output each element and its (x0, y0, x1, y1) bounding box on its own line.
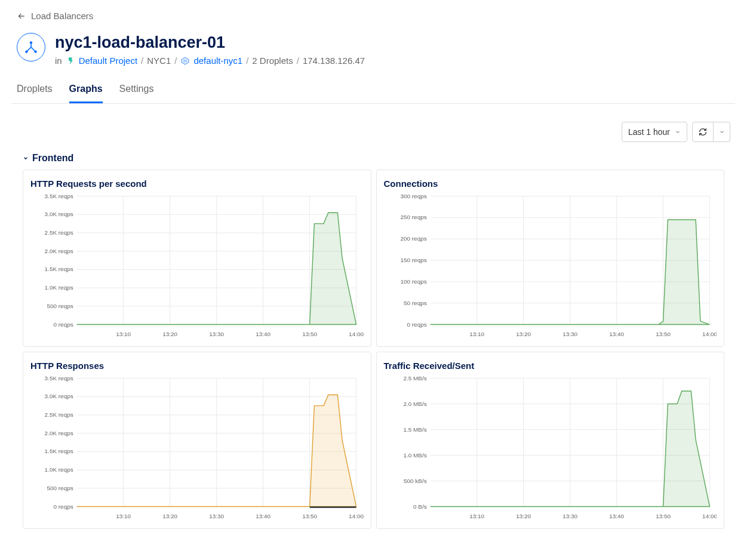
separator: / (174, 56, 177, 66)
svg-text:2.5K reqps: 2.5K reqps (45, 411, 73, 418)
arrow-left-icon (17, 11, 26, 21)
timerange-select[interactable]: Last 1 hour (622, 122, 687, 142)
svg-text:1.5K reqps: 1.5K reqps (45, 266, 73, 273)
chevron-down-icon (719, 129, 725, 135)
tab-settings[interactable]: Settings (119, 78, 154, 103)
svg-text:14:00: 14:00 (702, 513, 717, 520)
chart-card-http-req: HTTP Requests per second0 reqps500 reqps… (23, 170, 371, 347)
page-title: nyc1-load-balancer-01 (55, 33, 365, 52)
svg-text:3.5K reqps: 3.5K reqps (45, 193, 73, 199)
refresh-group (692, 122, 730, 142)
refresh-icon (698, 127, 708, 137)
svg-text:0 reqps: 0 reqps (407, 321, 426, 328)
chart-grid: HTTP Requests per second0 reqps500 reqps… (23, 170, 724, 529)
svg-text:3.0K reqps: 3.0K reqps (45, 211, 73, 218)
page-header: nyc1-load-balancer-01 in Default Project… (12, 27, 735, 78)
chart-traffic: 0 B/s500 kB/s1.0 MB/s1.5 MB/s2.0 MB/s2.5… (384, 374, 717, 524)
network-icon (180, 56, 190, 66)
svg-text:13:40: 13:40 (256, 331, 270, 338)
chart-title: Traffic Received/Sent (384, 361, 717, 371)
svg-text:250 reqps: 250 reqps (400, 214, 426, 221)
svg-text:13:50: 13:50 (656, 331, 671, 338)
refresh-button[interactable] (692, 122, 714, 142)
svg-text:200 reqps: 200 reqps (400, 236, 426, 242)
svg-text:14:00: 14:00 (349, 331, 363, 338)
chart-connections: 0 reqps50 reqps100 reqps150 reqps200 req… (384, 192, 717, 341)
svg-text:13:40: 13:40 (609, 513, 624, 520)
svg-text:300 reqps: 300 reqps (400, 193, 426, 199)
svg-text:500 reqps: 500 reqps (47, 303, 73, 309)
controls: Last 1 hour (17, 122, 730, 142)
back-label: Load Balancers (31, 11, 93, 21)
chart-title: HTTP Requests per second (30, 179, 364, 189)
refresh-menu-button[interactable] (714, 122, 730, 142)
tab-droplets[interactable]: Droplets (17, 78, 53, 103)
svg-text:3.5K reqps: 3.5K reqps (45, 375, 73, 381)
svg-text:500 reqps: 500 reqps (47, 485, 73, 491)
tabs: Droplets Graphs Settings (12, 78, 735, 104)
svg-text:13:20: 13:20 (516, 513, 531, 520)
chevron-down-icon (23, 155, 29, 161)
svg-text:1.5 MB/s: 1.5 MB/s (403, 426, 426, 433)
svg-text:2.5K reqps: 2.5K reqps (45, 229, 73, 236)
svg-text:2.5 MB/s: 2.5 MB/s (403, 375, 426, 381)
loadbalancer-icon (17, 33, 45, 61)
svg-text:13:50: 13:50 (656, 513, 671, 520)
svg-text:150 reqps: 150 reqps (400, 257, 426, 263)
tab-graphs[interactable]: Graphs (69, 78, 103, 103)
svg-text:13:50: 13:50 (302, 513, 317, 520)
svg-text:13:20: 13:20 (162, 331, 177, 338)
separator: / (246, 56, 248, 66)
in-label: in (55, 56, 62, 66)
svg-point-0 (30, 41, 32, 44)
droplets-count: 2 Droplets (252, 56, 293, 66)
network-link[interactable]: default-nyc1 (193, 56, 242, 66)
svg-text:13:30: 13:30 (209, 331, 224, 338)
chart-card-traffic: Traffic Received/Sent0 B/s500 kB/s1.0 MB… (376, 352, 725, 529)
svg-text:14:00: 14:00 (349, 513, 363, 520)
chart-card-connections: Connections0 reqps50 reqps100 reqps150 r… (376, 170, 725, 347)
section-frontend[interactable]: Frontend (23, 153, 735, 164)
svg-text:13:10: 13:10 (469, 513, 484, 520)
chart-title: HTTP Responses (30, 361, 364, 371)
svg-text:13:20: 13:20 (516, 331, 531, 338)
svg-text:2.0K reqps: 2.0K reqps (45, 430, 73, 436)
svg-text:13:10: 13:10 (469, 331, 484, 338)
svg-text:13:30: 13:30 (562, 513, 577, 520)
svg-text:0 reqps: 0 reqps (54, 321, 73, 328)
svg-text:13:30: 13:30 (562, 331, 577, 338)
svg-text:100 reqps: 100 reqps (400, 278, 426, 285)
svg-text:1.0K reqps: 1.0K reqps (45, 285, 73, 291)
svg-text:3.0K reqps: 3.0K reqps (45, 393, 73, 400)
svg-text:0 reqps: 0 reqps (54, 503, 73, 510)
svg-text:13:20: 13:20 (162, 513, 177, 520)
chart-http-req: 0 reqps500 reqps1.0K reqps1.5K reqps2.0K… (30, 192, 364, 341)
separator: / (141, 56, 143, 66)
section-label: Frontend (32, 153, 73, 164)
separator: / (297, 56, 299, 66)
svg-text:1.5K reqps: 1.5K reqps (45, 448, 73, 455)
svg-text:13:40: 13:40 (609, 331, 624, 338)
svg-text:13:40: 13:40 (256, 513, 270, 520)
svg-text:50 reqps: 50 reqps (403, 300, 426, 306)
svg-text:500 kB/s: 500 kB/s (404, 478, 427, 484)
chart-http-resp: 0 reqps500 reqps1.0K reqps1.5K reqps2.0K… (30, 374, 364, 524)
breadcrumb: in Default Project / NYC1 / default-nyc1… (55, 56, 365, 66)
chart-title: Connections (384, 179, 717, 189)
svg-text:13:10: 13:10 (116, 513, 131, 520)
project-icon (66, 56, 75, 66)
project-link[interactable]: Default Project (79, 56, 137, 66)
svg-text:14:00: 14:00 (702, 331, 717, 338)
back-link[interactable]: Load Balancers (12, 0, 735, 27)
svg-text:0 B/s: 0 B/s (413, 503, 427, 510)
svg-text:13:10: 13:10 (116, 331, 131, 338)
chart-card-http-resp: HTTP Responses0 reqps500 reqps1.0K reqps… (23, 352, 371, 529)
chevron-down-icon (675, 129, 681, 135)
timerange-label: Last 1 hour (628, 127, 670, 137)
svg-text:1.0K reqps: 1.0K reqps (45, 467, 73, 473)
svg-text:13:30: 13:30 (209, 513, 224, 520)
svg-text:1.0 MB/s: 1.0 MB/s (403, 452, 426, 459)
svg-text:2.0K reqps: 2.0K reqps (45, 248, 73, 254)
ip-address: 174.138.126.47 (303, 56, 365, 66)
region-label: NYC1 (147, 56, 171, 66)
